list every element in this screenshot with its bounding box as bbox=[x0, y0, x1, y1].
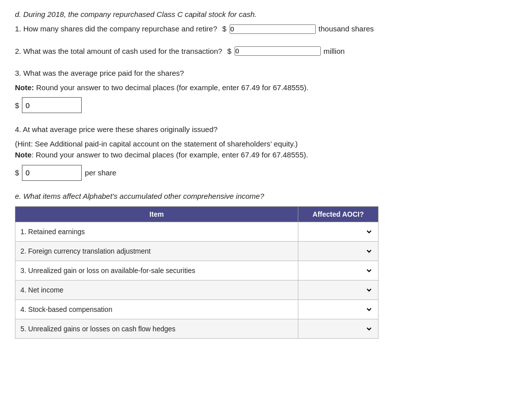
row-aoci-select-cell[interactable]: YesNo bbox=[298, 280, 379, 299]
q2-suffix: million bbox=[324, 46, 345, 57]
table-row: 1. Retained earningsYesNo bbox=[15, 222, 379, 241]
question-1: 1. How many shares did the company repur… bbox=[15, 23, 495, 35]
row-item-label: 4. Net income bbox=[15, 280, 298, 299]
q4-text: 4. At what average price were these shar… bbox=[15, 124, 495, 136]
aoci-select[interactable]: YesNo bbox=[303, 303, 373, 316]
q4-input[interactable] bbox=[22, 165, 82, 181]
q3-text: 3. What was the average price paid for t… bbox=[15, 68, 495, 79]
aoci-table: Item Affected AOCI? 1. Retained earnings… bbox=[15, 206, 379, 339]
aoci-select[interactable]: YesNo bbox=[303, 245, 373, 258]
table-row: 2. Foreign currency translation adjustme… bbox=[15, 241, 379, 261]
q4-note-text: : Round your answer to two decimal place… bbox=[31, 150, 308, 159]
section-d-title: d. During 2018, the company repurchased … bbox=[15, 10, 495, 18]
aoci-select[interactable]: YesNo bbox=[303, 283, 373, 296]
q2-inline-input-row: $ million bbox=[227, 46, 345, 57]
q4-suffix: per share bbox=[85, 168, 116, 177]
q1-currency: $ bbox=[222, 23, 226, 35]
table-row: 3. Unrealized gain or loss on available-… bbox=[15, 261, 379, 280]
row-aoci-select-cell[interactable]: YesNo bbox=[298, 241, 379, 261]
col-header-aoci: Affected AOCI? bbox=[298, 206, 379, 222]
q4-note-label: Note bbox=[15, 150, 31, 159]
table-row: 5. Unrealized gains or losses on cash fl… bbox=[15, 319, 379, 338]
row-aoci-select-cell[interactable]: YesNo bbox=[298, 222, 379, 241]
row-item-label: 3. Unrealized gain or loss on available-… bbox=[15, 261, 298, 280]
section-e-title: e. What items affect Alphabet’s accumula… bbox=[15, 192, 495, 200]
row-item-label: 2. Foreign currency translation adjustme… bbox=[15, 241, 298, 261]
table-row: 4. Stock-based compensationYesNo bbox=[15, 299, 379, 319]
col-header-item: Item bbox=[15, 206, 298, 222]
row-aoci-select-cell[interactable]: YesNo bbox=[298, 319, 379, 338]
q2-text: 2. What was the total amount of cash use… bbox=[15, 47, 222, 55]
table-row: 4. Net incomeYesNo bbox=[15, 280, 379, 299]
q3-note: Note: Round your answer to two decimal p… bbox=[15, 82, 495, 94]
q3-note-text: Round your answer to two decimal places … bbox=[34, 83, 308, 92]
row-item-label: 5. Unrealized gains or losses on cash fl… bbox=[15, 319, 298, 338]
question-2: 2. What was the total amount of cash use… bbox=[15, 46, 495, 57]
q1-text: 1. How many shares did the company repur… bbox=[15, 24, 217, 33]
q1-input[interactable] bbox=[230, 24, 316, 34]
row-aoci-select-cell[interactable]: YesNo bbox=[298, 299, 379, 319]
q1-inline-input-row: $ thousand shares bbox=[222, 23, 374, 35]
aoci-select[interactable]: YesNo bbox=[303, 264, 373, 277]
row-aoci-select-cell[interactable]: YesNo bbox=[298, 261, 379, 280]
q1-suffix: thousand shares bbox=[319, 23, 374, 35]
q3-currency: $ bbox=[15, 101, 19, 110]
q3-note-label: Note: bbox=[15, 83, 34, 92]
q3-input[interactable] bbox=[22, 97, 82, 113]
row-item-label: 4. Stock-based compensation bbox=[15, 299, 298, 319]
q4-currency: $ bbox=[15, 168, 19, 177]
row-item-label: 1. Retained earnings bbox=[15, 222, 298, 241]
q2-input[interactable] bbox=[235, 46, 321, 56]
aoci-select[interactable]: YesNo bbox=[303, 322, 373, 335]
q2-currency: $ bbox=[227, 46, 231, 57]
q4-note: Note: Round your answer to two decimal p… bbox=[15, 149, 495, 161]
aoci-table-wrapper: Item Affected AOCI? 1. Retained earnings… bbox=[15, 206, 379, 339]
aoci-select[interactable]: YesNo bbox=[303, 225, 373, 238]
q4-hint: (Hint: See Additional paid-in capital ac… bbox=[15, 139, 495, 150]
